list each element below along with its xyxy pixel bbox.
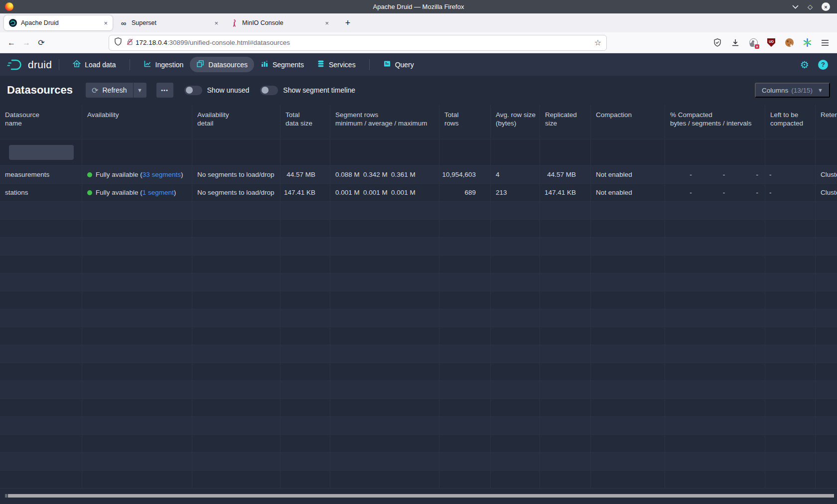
help-icon[interactable]: ? (818, 60, 828, 70)
columns-button[interactable]: Columns (13/15) ▼ (755, 83, 830, 98)
shield-check-icon[interactable] (712, 38, 722, 48)
empty-cell (439, 345, 491, 363)
segments-bars-icon (261, 60, 269, 69)
druid-logo[interactable]: druid (7, 58, 52, 71)
empty-cell (540, 471, 591, 488)
col-header-total-rows[interactable]: Totalrows (439, 105, 491, 139)
empty-cell (491, 381, 540, 398)
nav-query[interactable]: Query (377, 57, 420, 72)
left-to-be-compacted-cell: - (765, 184, 816, 201)
datasource-name-filter-input[interactable] (9, 145, 74, 160)
empty-cell (192, 471, 280, 488)
col-header-retention[interactable]: Retention (816, 105, 837, 139)
tab-apache-druid[interactable]: Apache Druid × (4, 15, 113, 30)
empty-cell (491, 139, 540, 165)
col-header-total-data-size[interactable]: Totaldata size (280, 105, 330, 139)
refresh-button[interactable]: ⟳ Refresh (86, 83, 133, 98)
empty-cell (540, 327, 591, 345)
cookie-extension-icon[interactable] (784, 38, 794, 48)
show-unused-toggle[interactable] (184, 86, 202, 95)
ublock-origin-icon[interactable]: UO (766, 38, 776, 48)
empty-cell (491, 363, 540, 380)
empty-cell (439, 202, 491, 219)
empty-table-row (0, 363, 837, 381)
total-rows-cell: 689 (439, 184, 491, 201)
refresh-dropdown-button[interactable]: ▼ (134, 83, 146, 98)
empty-table-row (0, 453, 837, 471)
empty-cell (280, 255, 330, 273)
shield-icon[interactable] (114, 37, 122, 48)
more-actions-button[interactable]: ••• (156, 83, 173, 98)
segment-rows-cell: 0.088 M0.342 M0.361 M (330, 166, 439, 183)
tab-label: MinIO Console (242, 19, 322, 26)
empty-cell (192, 238, 280, 255)
nav-separator (59, 59, 59, 70)
show-unused-toggle-wrap: Show unused (184, 86, 250, 95)
download-icon[interactable] (730, 38, 740, 48)
close-icon[interactable]: × (822, 2, 830, 11)
tab-close-icon[interactable]: × (214, 19, 218, 27)
minimize-icon[interactable] (792, 5, 799, 9)
empty-cell (816, 345, 837, 363)
col-header-replicated-size[interactable]: Replicatedsize (540, 105, 591, 139)
datasources-table: Datasourcename Availability Availability… (0, 105, 837, 489)
asterisk-extension-icon[interactable] (802, 38, 812, 48)
empty-cell (765, 255, 816, 273)
reload-icon[interactable]: ⟳ (34, 38, 49, 47)
col-header-segment-rows[interactable]: Segment rowsminimum / average / maximum (330, 105, 439, 139)
tab-superset[interactable]: ∞ Superset × (115, 15, 223, 30)
segments-link[interactable]: 33 segments (142, 171, 181, 178)
empty-cell (816, 202, 837, 219)
nav-load-data[interactable]: Load data (66, 57, 122, 72)
window-title: Apache Druid — Mozilla Firefox (0, 3, 837, 10)
empty-cell (765, 309, 816, 327)
table-row[interactable]: measurements Fully available (33 segment… (0, 166, 837, 184)
new-tab-icon[interactable]: + (341, 16, 355, 30)
col-header-pct-compacted[interactable]: % Compactedbytes / segments / intervals (665, 105, 765, 139)
account-sync-error-icon[interactable]: × (748, 38, 758, 48)
empty-cell (439, 399, 491, 416)
tab-close-icon[interactable]: × (325, 19, 329, 27)
segments-link[interactable]: 1 segment (142, 189, 174, 196)
col-header-compaction[interactable]: Compaction (591, 105, 665, 139)
gear-icon[interactable]: ⚙ (800, 59, 809, 71)
hscrollbar-nub (5, 494, 7, 498)
datasources-page: Datasources ⟳ Refresh ▼ ••• Show unused … (0, 76, 837, 504)
maximize-icon[interactable]: ◇ (808, 3, 813, 10)
load-data-icon (73, 60, 81, 69)
tab-minio[interactable]: MinIO Console × (225, 15, 334, 30)
empty-cell (665, 273, 765, 291)
bookmark-star-icon[interactable]: ☆ (594, 38, 601, 47)
col-header-left-to-be-compacted[interactable]: Left to becompacted (765, 105, 816, 139)
empty-cell (765, 139, 816, 165)
forward-icon[interactable]: → (19, 38, 34, 47)
empty-cell (82, 417, 192, 434)
empty-cell (82, 238, 192, 255)
menu-icon[interactable] (820, 38, 830, 48)
empty-cell (816, 435, 837, 452)
col-header-availability-detail[interactable]: Availabilitydetail (192, 105, 280, 139)
col-header-avg-row-size[interactable]: Avg. row size(bytes) (491, 105, 540, 139)
empty-cell (280, 220, 330, 237)
empty-cell (280, 363, 330, 380)
horizontal-scrollbar[interactable] (8, 494, 834, 498)
empty-cell (765, 417, 816, 434)
col-header-availability[interactable]: Availability (82, 105, 192, 139)
empty-cell (816, 327, 837, 345)
empty-cell (491, 417, 540, 434)
nav-ingestion[interactable]: Ingestion (137, 57, 190, 72)
nav-datasources[interactable]: Datasources (190, 57, 254, 72)
status-dot-icon (87, 172, 92, 177)
col-header-datasource-name[interactable]: Datasourcename (0, 105, 82, 139)
table-row[interactable]: stations Fully available (1 segment) No … (0, 184, 837, 202)
empty-cell (192, 309, 280, 327)
show-segment-timeline-toggle[interactable] (260, 86, 278, 95)
empty-cell (665, 220, 765, 237)
nav-services[interactable]: Services (310, 57, 362, 72)
tab-close-icon[interactable]: × (104, 19, 108, 27)
url-bar[interactable]: 172.18.0.4:30899/unified-console.html#da… (109, 35, 607, 51)
empty-cell (0, 238, 82, 255)
back-icon[interactable]: ← (4, 38, 19, 47)
lock-slash-icon[interactable] (126, 38, 134, 48)
nav-segments[interactable]: Segments (254, 57, 310, 72)
